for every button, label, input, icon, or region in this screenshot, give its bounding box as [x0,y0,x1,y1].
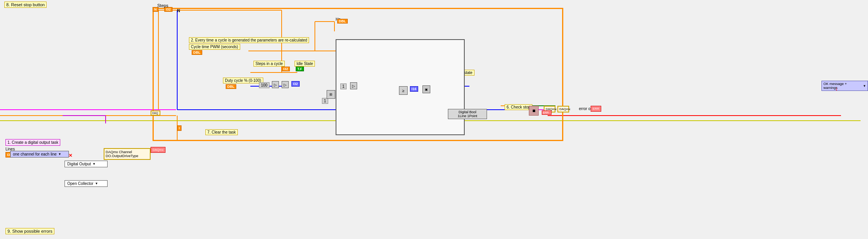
daqmx-channel-block: DAQmx Channel DO.OutputDriveType [104,148,151,160]
one-inside[interactable]: 1 [340,83,347,89]
error-cluster: ERR [591,106,601,112]
divide-block-1: ▷ [272,81,279,88]
op-block-1: ⊞ [327,90,335,99]
clear-task-annotation: 7. Clear the task [205,129,238,135]
duty-cycle-label: Duty cycle % (0-100) [223,78,263,83]
diagram-canvas: 8. Reset stop button Steps N I32 N Hz DB… [0,0,868,239]
i32-output: I16 [410,86,418,92]
digital-bool-label: Digital Bool1Line 1Point [458,110,477,118]
steps-cycle-i32[interactable]: I32 [282,67,290,71]
steps-in-cycle-label: Steps in a cycle [253,61,285,67]
i32-result: I32 [291,81,300,87]
one-value[interactable]: 1 [322,98,328,104]
cycle-time-dbl[interactable]: DBL [192,50,202,55]
idle-state-label: Idle State [295,61,315,67]
digital-output-dropdown[interactable]: Digital Output ▼ [65,161,108,167]
ok-red-arrow: ↓ [835,85,838,92]
channel-dropdown-arrow: ▼ [58,152,61,156]
type-cast-block: ▣ [422,85,430,93]
open-collector-label: Open Collector [67,181,93,186]
do-output-type-label: DO.OutputDriveType [106,154,149,158]
create-task-box: 1. Create a digital output task [5,139,60,146]
red-x-channel: ✕ [68,153,72,158]
channel-label: one channel for each line [13,152,57,156]
show-errors-label: 9. Show possible errors [5,228,54,234]
duty-cycle-dbl[interactable]: DBL [226,84,236,89]
channel-dropdown[interactable]: one channel for each line ▼ [10,151,69,158]
daqmx-right-2: DAQmx [557,106,569,112]
divide-block-2: ▷ [282,81,289,88]
digital-output-label: Digital Output [67,162,91,166]
reset-stop-label: 8. Reset stop button [4,2,47,8]
i-indicator: I [177,125,182,131]
daqmx-value-box: DAQmx [151,147,165,153]
ok-dropdown-arrow: ▼ [863,84,866,88]
open-collector-dropdown[interactable]: Open Collector ▼ [65,180,108,187]
ok-message-label: OK message + warnings [823,82,861,90]
cycle-time-label: Cycle time PWM (seconds) [189,44,240,50]
compare-block: ≥ [399,86,408,95]
digital-output-arrow: ▼ [93,162,96,166]
recalc-annotation: 2. Every time a cycle is generated the p… [189,37,309,43]
n-terminal: N [153,7,158,12]
hz-dbl-value[interactable]: DBL [337,19,348,24]
open-collector-arrow: ▼ [95,182,98,185]
check-stop-block: ⏹ [529,106,539,116]
ok-message-box: OK message + warnings ▼ [821,81,868,91]
daqmx-left-1: DAQ [151,110,160,116]
n-loop-label: N [177,9,180,13]
idle-state-tf[interactable]: T.F [296,67,304,71]
steps-i32-value[interactable]: I32 [164,7,173,12]
daqmx-channel-label: DAQmx Channel [106,150,149,154]
error-cluster-left: ERR [542,110,552,115]
arrow-inside: ▷ [350,82,357,89]
check-stop-annotation: 6. Check stop [505,104,532,110]
hundred-value[interactable]: 100 [259,82,270,88]
digital-bool-box: Digital Bool1Line 1Point [448,109,487,119]
